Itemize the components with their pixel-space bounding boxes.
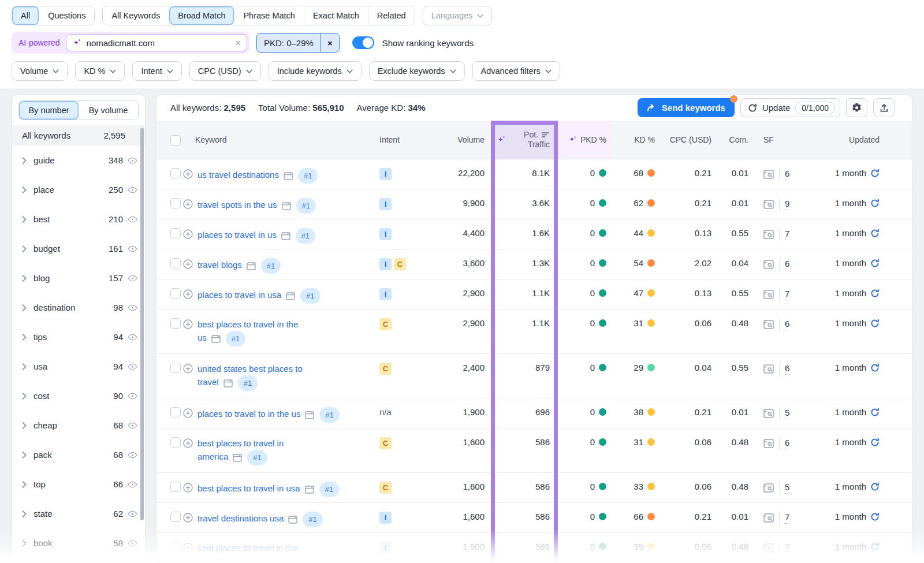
match-type-tab[interactable]: Broad Match	[169, 6, 234, 25]
serp-preview-icon[interactable]	[305, 486, 314, 494]
serp-features-icon[interactable]	[763, 483, 774, 493]
chevron-right-icon[interactable]	[22, 275, 27, 282]
serp-features-icon[interactable]	[763, 290, 774, 299]
position-badge[interactable]: #1	[319, 482, 339, 497]
serp-preview-icon[interactable]	[282, 202, 291, 210]
eye-icon[interactable]	[128, 216, 137, 223]
position-badge[interactable]: #1	[298, 168, 318, 184]
send-keywords-button[interactable]: Send keywords	[638, 98, 735, 117]
keyword-group-item[interactable]: tips 94	[12, 322, 145, 352]
add-keyword-icon[interactable]	[183, 229, 193, 244]
remove-pkd-filter-icon[interactable]: ×	[321, 33, 339, 52]
column-header-keyword[interactable]: Keyword	[183, 135, 374, 144]
sf-count[interactable]: 6	[785, 259, 789, 270]
keyword-link[interactable]: travel blogs	[198, 260, 242, 270]
all-keywords-row[interactable]: All keywords 2,595	[12, 125, 145, 146]
keyword-link[interactable]: cool places to travel in the	[198, 543, 297, 553]
settings-button[interactable]	[846, 98, 867, 117]
eye-icon[interactable]	[128, 481, 137, 488]
position-badge[interactable]: #1	[319, 407, 339, 423]
refresh-icon[interactable]	[870, 199, 880, 208]
chevron-right-icon[interactable]	[22, 422, 27, 429]
export-button[interactable]	[873, 98, 895, 117]
filter-dropdown[interactable]: CPC (USD)	[189, 61, 261, 81]
row-checkbox[interactable]	[170, 288, 181, 299]
position-badge[interactable]: #1	[238, 375, 258, 391]
keyword-group-item[interactable]: best 210	[12, 204, 145, 234]
row-checkbox[interactable]	[170, 198, 181, 208]
match-type-tab[interactable]: Related	[368, 6, 415, 25]
refresh-icon[interactable]	[870, 408, 880, 417]
serp-preview-icon[interactable]	[223, 379, 233, 387]
eye-icon[interactable]	[128, 363, 137, 370]
keyword-link[interactable]: places to travel in us	[198, 230, 277, 240]
keyword-link[interactable]: best places to travel in the	[198, 319, 298, 329]
row-checkbox[interactable]	[170, 168, 181, 178]
column-header-volume[interactable]: Volume	[423, 135, 491, 144]
serp-features-icon[interactable]	[763, 409, 774, 418]
position-badge[interactable]: #1	[296, 198, 316, 214]
tab-by-volume[interactable]: By volume	[79, 101, 138, 120]
keyword-link[interactable]: travel destinations usa	[198, 513, 284, 523]
eye-icon[interactable]	[128, 304, 137, 311]
chevron-right-icon[interactable]	[22, 157, 27, 164]
add-keyword-icon[interactable]	[183, 199, 193, 214]
eye-icon[interactable]	[128, 540, 137, 547]
add-keyword-icon[interactable]	[183, 169, 193, 184]
serp-features-icon[interactable]	[763, 200, 774, 209]
column-header-kd[interactable]: KD %	[611, 135, 660, 144]
add-keyword-icon[interactable]	[183, 408, 193, 423]
sf-count[interactable]: 6	[785, 438, 789, 449]
keyword-group-item[interactable]: guide 348	[12, 146, 145, 175]
match-type-tab[interactable]: All	[12, 6, 39, 25]
refresh-icon[interactable]	[870, 229, 880, 238]
sf-count[interactable]: 9	[785, 199, 789, 210]
add-keyword-icon[interactable]	[183, 319, 193, 346]
add-keyword-icon[interactable]	[183, 438, 193, 465]
column-header-intent[interactable]: Intent	[374, 135, 423, 144]
refresh-icon[interactable]	[870, 259, 880, 268]
keyword-group-item[interactable]: state 62	[12, 499, 145, 528]
keyword-link[interactable]: us	[198, 333, 207, 342]
refresh-icon[interactable]	[870, 542, 880, 551]
chevron-right-icon[interactable]	[22, 481, 27, 488]
eye-icon[interactable]	[128, 187, 137, 193]
position-badge[interactable]: #1	[296, 228, 315, 244]
keyword-group-item[interactable]: budget 161	[12, 234, 145, 263]
eye-icon[interactable]	[128, 157, 137, 164]
filter-dropdown[interactable]: Advanced filters	[472, 61, 560, 81]
sf-count[interactable]: 6	[785, 319, 789, 330]
sf-count[interactable]: 5	[785, 408, 789, 419]
add-keyword-icon[interactable]	[183, 259, 193, 274]
keyword-group-item[interactable]: usa 94	[12, 352, 145, 381]
keyword-link[interactable]: america	[198, 452, 228, 461]
filter-dropdown[interactable]: KD %	[75, 61, 125, 81]
chevron-right-icon[interactable]	[22, 452, 27, 458]
eye-icon[interactable]	[128, 510, 137, 517]
sidebar-scrollbar[interactable]	[140, 128, 144, 520]
row-checkbox[interactable]	[170, 228, 181, 238]
show-ranking-toggle[interactable]	[352, 36, 374, 49]
chevron-right-icon[interactable]	[22, 540, 27, 547]
select-all-checkbox[interactable]	[170, 135, 181, 146]
update-button[interactable]: Update 0/1,000	[740, 98, 840, 117]
serp-features-icon[interactable]	[763, 543, 774, 553]
serp-features-icon[interactable]	[763, 320, 774, 329]
add-keyword-icon[interactable]	[183, 513, 193, 527]
serp-preview-icon[interactable]	[286, 292, 295, 300]
chevron-right-icon[interactable]	[22, 216, 27, 223]
serp-preview-icon[interactable]	[284, 172, 293, 180]
serp-features-icon[interactable]	[763, 260, 774, 269]
serp-features-icon[interactable]	[763, 230, 774, 239]
keyword-group-item[interactable]: destination 98	[12, 293, 145, 322]
chevron-right-icon[interactable]	[22, 334, 27, 341]
keyword-link[interactable]: places to travel in usa	[198, 290, 281, 300]
refresh-icon[interactable]	[870, 482, 880, 491]
column-header-com[interactable]: Com.	[717, 135, 754, 144]
keyword-group-item[interactable]: top 66	[12, 469, 145, 499]
column-header-sf[interactable]: SF	[754, 135, 807, 144]
keyword-link[interactable]: us travel destinations	[198, 170, 279, 180]
sf-count[interactable]: 6	[785, 363, 789, 375]
row-checkbox[interactable]	[170, 512, 181, 522]
row-checkbox[interactable]	[170, 542, 181, 552]
